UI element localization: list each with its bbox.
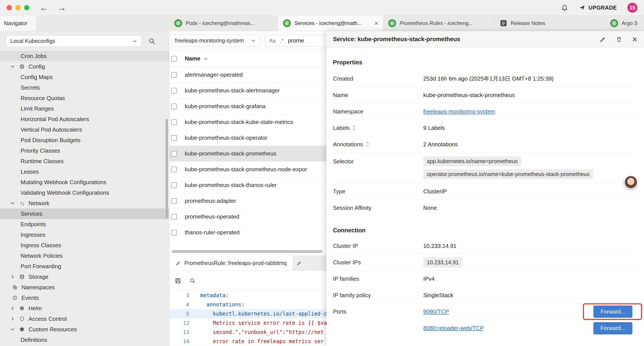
cluster-ip-badge: 10.233.14.91 [423,258,462,267]
row-checkbox[interactable] [171,151,177,157]
window-minimize-button[interactable] [15,5,20,10]
sidebar-item-limit-ranges[interactable]: Limit Ranges [0,103,169,114]
dock-tab-partial[interactable] [293,256,308,271]
sidebar-search-icon[interactable] [148,37,156,45]
sidebar-item-storage[interactable]: Storage [0,272,169,282]
regex-toggle[interactable]: .* [280,38,284,44]
port-link-8080[interactable]: 8080:reloader-web/TCP [423,325,484,332]
name-row: Name kube-prometheus-stack-prometheus [333,87,638,103]
sidebar-item-ingress-classes[interactable]: Ingress Classes [0,240,169,251]
sidebar-scrollbar[interactable] [166,119,168,219]
storage-icon [18,274,26,280]
delete-icon[interactable] [616,36,622,43]
upgrade-button[interactable]: UPGRADE [579,4,617,11]
sort-ascending-icon [204,57,208,60]
kubernetes-cluster-icon [174,19,182,27]
tab-services[interactable]: Services - icecheng@math... × [278,15,384,31]
upgrade-label: UPGRADE [588,4,617,11]
sidebar-item-horizontal-pod-autoscalers[interactable]: Horizontal Pod Autoscalers [0,114,169,124]
sidebar-item-config-maps[interactable]: Config Maps [0,72,169,82]
sidebar-item-network[interactable]: ↑↓ Network [0,198,169,209]
sidebar-item-secrets[interactable]: Secrets [0,82,169,93]
sidebar-item-resource-quotas[interactable]: Resource Quotas [0,93,169,103]
sidebar-item-namespaces[interactable]: Namespaces [0,282,169,293]
notification-count-badge[interactable]: 15 [627,3,638,13]
name-column-header[interactable]: Name [185,55,208,62]
drawer-title: Service: kube-prometheus-stack-prometheu… [333,36,460,43]
tab-pods[interactable]: Pods - icecheng@mathmas... [170,15,278,31]
expand-collapse-icon[interactable] [352,125,356,131]
match-case-toggle[interactable]: Aa [269,38,276,44]
expand-collapse-icon[interactable] [366,141,369,147]
back-button[interactable]: ← [40,3,48,12]
sidebar-item-runtime-classes[interactable]: Runtime Classes [0,156,169,166]
sidebar-item-vertical-pod-autoscalers[interactable]: Vertical Pod Autoscalers [0,124,169,135]
tab-prometheus-rules[interactable]: Prometheus Rules - icecheng... [384,15,495,31]
notifications-bell-icon[interactable] [561,4,568,11]
port-line-9090: 9090/TCP Forward... [423,304,638,320]
save-icon[interactable] [175,278,181,284]
kubernetes-cluster-icon [388,19,396,27]
sidebar-item-services[interactable]: Services [0,209,169,219]
user-avatar[interactable] [624,175,638,189]
forward-port-button[interactable]: Forward... [593,322,632,335]
row-checkbox[interactable] [171,135,177,141]
dock-tab-prometheusrule[interactable]: PrometheusRule: freeleaps-prod-rabbitmq [170,256,293,271]
traffic-lights [6,5,29,10]
row-checkbox[interactable] [171,104,177,109]
sidebar-item-ingresses[interactable]: Ingresses [0,230,169,240]
window-titlebar: ← → UPGRADE 15 [0,0,644,15]
row-checkbox[interactable] [171,167,177,172]
ip-family-policy-row: IP family policy SingleStack [333,287,638,304]
select-all-checkbox[interactable] [171,56,177,61]
row-checkbox[interactable] [171,88,177,93]
sidebar-item-port-forwarding[interactable]: Port Forwarding [0,261,169,272]
sidebar-item-priority-classes[interactable]: Priority Classes [0,145,169,156]
tab-release-notes[interactable]: Release Notes [495,15,606,31]
namespace-filter-select[interactable]: freeleaps-monitoring-system [171,35,260,46]
cluster-ips-row: Cluster IPs 10.233.14.91 [333,254,638,271]
sidebar-item-leases[interactable]: Leases [0,166,169,177]
window-close-button[interactable] [6,5,12,10]
editor-search-icon[interactable] [189,278,196,284]
forward-button[interactable]: → [58,3,66,12]
window-zoom-button[interactable] [24,5,29,10]
kubeconfig-selector[interactable]: Local Kubeconfigs [6,35,142,47]
tab-navigator[interactable]: Navigator [0,15,36,31]
selector-row: Selector app.kubernetes.io/name=promethe… [333,153,638,183]
navigator-tree: Cron Jobs ⚙ Config Config Maps Secrets R… [0,51,169,345]
pencil-icon [176,261,181,266]
forward-port-button[interactable]: Forward... [593,306,632,318]
sidebar-item-pod-disruption-budgets[interactable]: Pod Disruption Budgets [0,135,169,145]
row-checkbox[interactable] [171,182,177,188]
sidebar-item-endpoints[interactable]: Endpoints [0,219,169,230]
sidebar-item-definitions[interactable]: Definitions [0,335,169,345]
namespaces-icon [11,285,19,290]
ports-row: Ports 9090/TCP Forward... 8080:reloader-… [333,304,638,336]
sidebar-item-helm[interactable]: Helm [0,303,169,314]
chevron-down-icon [10,327,15,332]
service-details-drawer: Service: kube-prometheus-stack-prometheu… [326,31,644,346]
edit-icon[interactable] [600,36,606,43]
tab-close-icon[interactable]: × [372,20,378,27]
gear-icon: ⚙ [18,63,26,70]
row-checkbox[interactable] [171,198,177,204]
sidebar-item-network-policies[interactable]: Network Policies [0,251,169,261]
port-link-9090[interactable]: 9090/TCP [423,308,449,315]
namespace-link[interactable]: freeleaps-monitoring-system [423,108,495,115]
sidebar-item-config[interactable]: ⚙ Config [0,61,169,72]
row-checkbox[interactable] [171,214,177,220]
sidebar-item-access-control[interactable]: Access Control [0,314,169,324]
close-icon[interactable]: × [632,35,638,44]
sidebar-item-custom-resources[interactable]: ✱ Custom Resources [0,324,169,335]
sidebar-item-validating-webhook-configurations[interactable]: Validating Webhook Configurations [0,187,169,198]
drawer-body: Properties Created 253d 16h 6m ago (2025… [326,48,644,346]
sidebar-item-cron-jobs[interactable]: Cron Jobs [0,51,169,61]
tab-argo[interactable]: Argo S [606,15,644,31]
row-checkbox[interactable] [171,230,177,235]
sidebar-item-mutating-webhook-configurations[interactable]: Mutating Webhook Configurations [0,177,169,187]
horizontal-scrollbar[interactable] [172,250,322,253]
row-checkbox[interactable] [171,72,177,78]
sidebar-item-events[interactable]: Events [0,293,169,303]
row-checkbox[interactable] [171,119,177,125]
